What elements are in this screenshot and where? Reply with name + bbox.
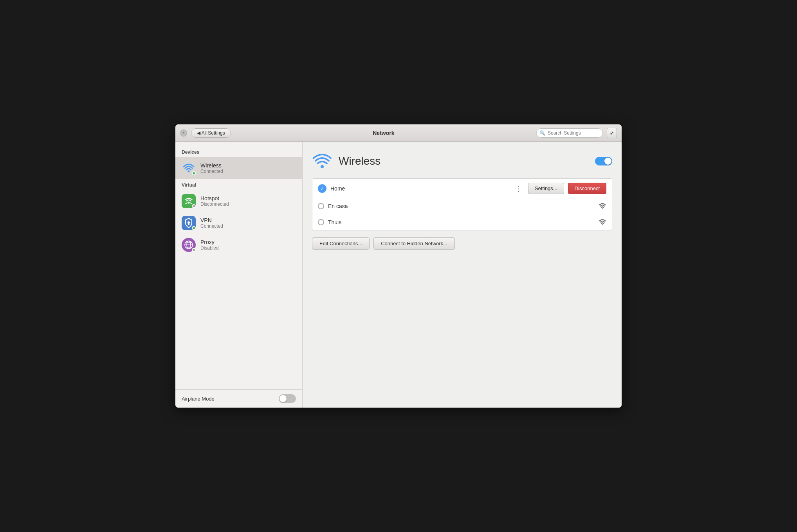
wireless-toggle-knob: [604, 158, 611, 165]
network-item-encasa[interactable]: En casa: [312, 198, 612, 214]
virtual-section-label: Virtual: [175, 179, 302, 190]
hotspot-item-text: Hotspot Disconnected: [200, 195, 229, 207]
panel-header: Wireless: [312, 151, 612, 171]
network-radio-encasa[interactable]: [318, 203, 324, 209]
sidebar-content: Devices: [175, 142, 302, 389]
hotspot-status: Disconnected: [200, 201, 229, 207]
vpn-name: VPN: [200, 217, 223, 223]
close-button[interactable]: ×: [180, 129, 187, 137]
proxy-status-dot: [192, 248, 196, 252]
connected-network-row[interactable]: ✓ Home ⋮ Settings... Disconnect: [312, 179, 612, 198]
disconnect-button[interactable]: Disconnect: [568, 183, 606, 194]
edit-connections-button[interactable]: Edit Connections...: [312, 237, 370, 250]
network-settings-button[interactable]: Settings...: [528, 183, 564, 194]
sidebar-item-proxy[interactable]: Proxy Disabled: [175, 234, 302, 256]
network-options-button[interactable]: ⋮: [512, 184, 524, 193]
main-window: × ◀ All Settings Network 🔍 ⤢ Devices: [175, 124, 622, 408]
connected-network-name: Home: [330, 185, 508, 192]
panel-title-wrap: Wireless: [312, 151, 380, 171]
svg-point-14: [602, 208, 603, 209]
sidebar-footer: Airplane Mode: [175, 389, 302, 408]
hotspot-icon-wrap: [182, 194, 196, 208]
toggle-knob: [279, 395, 287, 402]
wireless-status-dot: [192, 171, 196, 175]
network-name-thuis: Thuis: [328, 219, 595, 225]
right-panel: Wireless ✓ Home ⋮ Settings... Disconnect: [303, 142, 622, 408]
main-area: Devices: [175, 142, 622, 408]
wireless-name: Wireless: [200, 162, 223, 169]
proxy-status: Disabled: [200, 245, 219, 251]
bottom-buttons: Edit Connections... Connect to Hidden Ne…: [312, 237, 612, 250]
network-name-encasa: En casa: [328, 203, 595, 209]
wireless-icon-wrap: [182, 161, 196, 175]
wireless-status: Connected: [200, 169, 223, 174]
wifi-signal-encasa: [599, 202, 606, 210]
devices-section-label: Devices: [175, 146, 302, 157]
svg-point-1: [188, 171, 190, 173]
wireless-item-text: Wireless Connected: [200, 162, 223, 174]
wifi-signal-thuis: [599, 218, 606, 226]
vpn-icon-wrap: [182, 216, 196, 230]
connect-hidden-button[interactable]: Connect to Hidden Network...: [373, 237, 455, 250]
airplane-mode-toggle[interactable]: [279, 394, 296, 403]
sidebar-item-wireless[interactable]: Wireless Connected: [175, 157, 302, 179]
proxy-name: Proxy: [200, 239, 219, 245]
proxy-item-text: Proxy Disabled: [200, 239, 219, 251]
panel-wifi-icon: [312, 151, 332, 171]
sidebar-item-hotspot[interactable]: Hotspot Disconnected: [175, 190, 302, 212]
sidebar: Devices: [175, 142, 303, 408]
vpn-item-text: VPN Connected: [200, 217, 223, 229]
airplane-mode-label: Airplane Mode: [182, 396, 215, 402]
all-settings-button[interactable]: ◀ All Settings: [191, 128, 231, 138]
proxy-icon-wrap: [182, 238, 196, 252]
network-scroll-area: En casa Thuis: [312, 198, 612, 230]
titlebar: × ◀ All Settings Network 🔍 ⤢: [175, 124, 622, 142]
expand-button[interactable]: ⤢: [607, 128, 617, 138]
connected-check-icon: ✓: [318, 184, 326, 193]
vpn-status: Connected: [200, 223, 223, 229]
svg-rect-6: [188, 223, 189, 225]
hotspot-name: Hotspot: [200, 195, 229, 201]
search-input[interactable]: [536, 128, 603, 138]
network-item-thuis[interactable]: Thuis: [312, 214, 612, 230]
search-wrap: 🔍: [536, 128, 603, 138]
svg-point-3: [188, 202, 190, 204]
svg-point-15: [602, 224, 603, 225]
wireless-enable-toggle[interactable]: [595, 157, 612, 165]
window-title: Network: [235, 130, 532, 136]
search-icon: 🔍: [539, 130, 545, 136]
panel-title: Wireless: [339, 155, 380, 167]
vpn-status-dot: [192, 226, 196, 230]
sidebar-item-vpn[interactable]: VPN Connected: [175, 212, 302, 234]
svg-point-13: [321, 165, 324, 168]
network-radio-thuis[interactable]: [318, 219, 324, 225]
network-list: ✓ Home ⋮ Settings... Disconnect En casa: [312, 178, 612, 230]
hotspot-status-dot: [192, 204, 196, 208]
